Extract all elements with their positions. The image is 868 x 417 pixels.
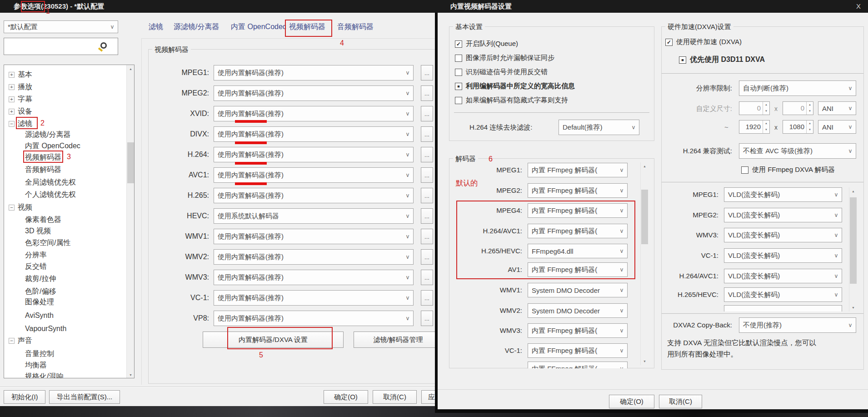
tree-item-image-processing[interactable]: 图像处理 bbox=[25, 296, 54, 308]
collapse-icon[interactable]: − bbox=[9, 338, 15, 344]
expand-icon[interactable]: + bbox=[9, 72, 15, 78]
filter-decoder-manage-button[interactable]: 滤镜/解码器管理 bbox=[354, 332, 435, 348]
preferences-titlebar[interactable]: 参数选项(230523) - *默认配置 bbox=[0, 0, 435, 13]
ffmpeg-select-partial[interactable]: 内置 FFmpeg 解码器(v bbox=[528, 362, 628, 368]
more-options-button[interactable]: ... bbox=[421, 167, 433, 183]
resolution-limit-select[interactable]: 自动判断(推荐)v bbox=[739, 80, 856, 96]
tree-item-equalizer[interactable]: 均衡器 bbox=[25, 359, 47, 371]
dxva-settings-button[interactable]: 内置解码器/DXVA 设置 bbox=[203, 332, 344, 348]
collapse-icon[interactable]: − bbox=[9, 205, 15, 211]
tree-item-avisynth[interactable]: AviSynth bbox=[25, 310, 54, 322]
more-options-button[interactable]: ... bbox=[421, 126, 433, 142]
vld-select-mpeg2[interactable]: VLD(流变长解码)v bbox=[724, 208, 842, 222]
tree-item-pixel-shader[interactable]: 像素着色器 bbox=[25, 214, 61, 226]
tree-item-personal-filter-priority[interactable]: 个人滤镜优先权 bbox=[25, 189, 76, 201]
more-options-button[interactable]: ... bbox=[421, 106, 433, 121]
decoder-select-wmv3[interactable]: 使用内置解码器(推荐)v bbox=[214, 270, 414, 285]
tree-item-global-filter-priority[interactable]: 全局滤镜优先权 bbox=[25, 176, 76, 188]
decoder-select-wmv2[interactable]: 使用内置解码器(推荐)v bbox=[214, 249, 414, 265]
decoder-select-mpeg1[interactable]: 使用内置解码器(推荐)v bbox=[214, 65, 414, 80]
ffmpeg-select-wmv3[interactable]: 内置 FFmpeg 解码器(v bbox=[528, 323, 628, 338]
decoder-select-vp8[interactable]: 使用内置解码器(推荐)v bbox=[214, 311, 414, 326]
more-options-button[interactable]: ... bbox=[421, 249, 433, 265]
copyback-select[interactable]: 不使用(推荐)v bbox=[739, 317, 856, 333]
collapse-icon[interactable]: − bbox=[9, 121, 15, 127]
cancel-button[interactable]: 取消(C) bbox=[659, 395, 702, 408]
tree-item-resolution[interactable]: 分辨率 bbox=[25, 249, 47, 261]
decoder-select-h265[interactable]: 使用内置解码器(推荐)v bbox=[214, 188, 414, 203]
decoder-select-h264[interactable]: 使用内置解码器(推荐)v bbox=[214, 147, 414, 162]
tree-item-3d-video[interactable]: 3D 视频 bbox=[25, 225, 51, 237]
scrollbar-thumb[interactable] bbox=[641, 190, 648, 244]
vld-select-partial[interactable] bbox=[724, 305, 842, 311]
tree-item-volume-control[interactable]: 音量控制 bbox=[25, 348, 54, 360]
tree-item-opencodec[interactable]: 内置 OpenCodec bbox=[25, 140, 80, 152]
spin-up-icon[interactable]: ▲ bbox=[807, 121, 813, 127]
vld-select-h264avc1[interactable]: VLD(流变长解码)v bbox=[724, 269, 842, 283]
expand-icon[interactable]: + bbox=[9, 96, 15, 102]
checkbox-use-codec-aspect-ratio[interactable]: ■利用编解码器中所定义的宽高比信息 bbox=[455, 79, 654, 93]
more-options-button[interactable]: ... bbox=[421, 65, 433, 80]
scroll-down-icon[interactable]: ▼ bbox=[849, 304, 857, 311]
vld-select-mpeg1[interactable]: VLD(流变长解码)v bbox=[724, 187, 842, 202]
tree-item-basic[interactable]: +基本 bbox=[9, 69, 32, 80]
ok-button[interactable]: 确定(O) bbox=[609, 395, 654, 408]
custom-width-stepper[interactable]: 0▲▼ bbox=[739, 101, 770, 115]
checkbox-prefer-d3d11[interactable]: ■优先使用 D3D11 DXVA bbox=[679, 55, 765, 65]
ok-button[interactable]: 确定(O) bbox=[324, 390, 368, 404]
scrollbar-thumb[interactable] bbox=[127, 142, 134, 183]
vld-list-scrollbar[interactable]: ▲ ▼ bbox=[849, 187, 857, 311]
profile-select[interactable]: *默认配置 v bbox=[4, 20, 118, 33]
decoder-select-xvid[interactable]: 使用内置解码器(推荐)v bbox=[214, 106, 414, 121]
decoder-select-hevc[interactable]: 使用系统默认解码器v bbox=[214, 208, 414, 224]
more-options-button[interactable]: ... bbox=[421, 188, 433, 203]
tree-item-normalize[interactable]: 规格化/混响 bbox=[25, 371, 63, 378]
h264-compat-select[interactable]: 不检查 AVC 等级(推荐)v bbox=[739, 143, 856, 159]
scroll-down-icon[interactable]: ▼ bbox=[127, 371, 135, 378]
checkbox-use-dxva[interactable]: ✓使用硬件加速 (DXVA) bbox=[665, 38, 742, 46]
spin-down-icon[interactable]: ▼ bbox=[763, 108, 769, 115]
cancel-button[interactable]: 取消(C) bbox=[373, 390, 417, 404]
deblock-select[interactable]: Default(推荐)v bbox=[559, 120, 639, 135]
more-options-button[interactable]: ... bbox=[421, 311, 433, 326]
tree-item-audio[interactable]: −声音 bbox=[9, 335, 32, 347]
ffmpeg-select-mpeg2[interactable]: 内置 FFmpeg 解码器(v bbox=[528, 183, 628, 198]
tree-item-color-space[interactable]: 色彩空间/属性 bbox=[25, 237, 70, 249]
ffmpeg-select-vc1[interactable]: 内置 FFmpeg 解码器(v bbox=[528, 343, 628, 358]
initialize-button[interactable]: 初始化(I) bbox=[4, 390, 45, 404]
checkbox-detect-interlace[interactable]: 识别磁迹信号并使用反交错 bbox=[455, 65, 654, 79]
scroll-down-icon[interactable]: ▼ bbox=[641, 357, 649, 365]
ffmpeg-select-wmv1[interactable]: System DMO Decoderv bbox=[528, 283, 628, 297]
spin-down-icon[interactable]: ▼ bbox=[807, 127, 813, 133]
tree-item-device[interactable]: +设备 bbox=[9, 106, 32, 117]
vld-select-wmv3[interactable]: VLD(流变长解码)v bbox=[724, 228, 842, 242]
decoder-select-wmv1[interactable]: 使用内置解码器(推荐)v bbox=[214, 229, 414, 244]
more-options-button[interactable]: ... bbox=[421, 229, 433, 244]
ffmpeg-select-mpeg1[interactable]: 内置 FFmpeg 解码器(v bbox=[528, 163, 628, 177]
tab-video-decoder[interactable]: 视频解码器 bbox=[289, 22, 325, 33]
tab-source-filter[interactable]: 源滤镜/分离器 bbox=[174, 22, 219, 33]
ffmpeg-select-wmv2[interactable]: System DMO Decoderv bbox=[528, 303, 628, 318]
spin-up-icon[interactable]: ▲ bbox=[807, 102, 813, 108]
tab-filters[interactable]: 滤镜 bbox=[149, 22, 163, 33]
tree-item-video-decoder[interactable]: 视频解码器 bbox=[25, 151, 61, 163]
tree-item-video[interactable]: −视频 bbox=[9, 201, 32, 213]
ffmpeg-select-mpeg4[interactable]: 内置 FFmpeg 解码器(v bbox=[528, 203, 628, 218]
max-width-stepper[interactable]: 1920▲▼ bbox=[739, 120, 770, 134]
export-config-button[interactable]: 导出当前配置(S)... bbox=[49, 390, 120, 404]
more-options-button[interactable]: ... bbox=[421, 208, 433, 224]
max-height-stepper[interactable]: 1080▲▼ bbox=[783, 120, 813, 134]
expand-icon[interactable]: + bbox=[9, 84, 15, 90]
tree-item-vapoursynth[interactable]: VapourSynth bbox=[25, 323, 66, 335]
decoder-select-mpeg2[interactable]: 使用内置解码器(推荐)v bbox=[214, 85, 414, 101]
decoder-select-divx[interactable]: 使用内置解码器(推荐)v bbox=[214, 126, 414, 142]
more-options-button[interactable]: ... bbox=[421, 270, 433, 285]
size-condition-select[interactable]: ANIv bbox=[818, 101, 856, 115]
ffmpeg-select-h265hevc[interactable]: FFmpeg64.dllv bbox=[528, 244, 628, 258]
search-input[interactable] bbox=[4, 38, 118, 55]
more-options-button[interactable]: ... bbox=[421, 85, 433, 101]
checkbox-closed-captions[interactable]: 如果编解码器有隐藏式字幕则支持 bbox=[455, 93, 654, 107]
tab-audio-decoder[interactable]: 音频解码器 bbox=[337, 22, 374, 33]
tree-item-deinterlace[interactable]: 反交错 bbox=[25, 261, 47, 272]
decoder-select-avc1[interactable]: 使用内置解码器(推荐)v bbox=[214, 167, 414, 183]
